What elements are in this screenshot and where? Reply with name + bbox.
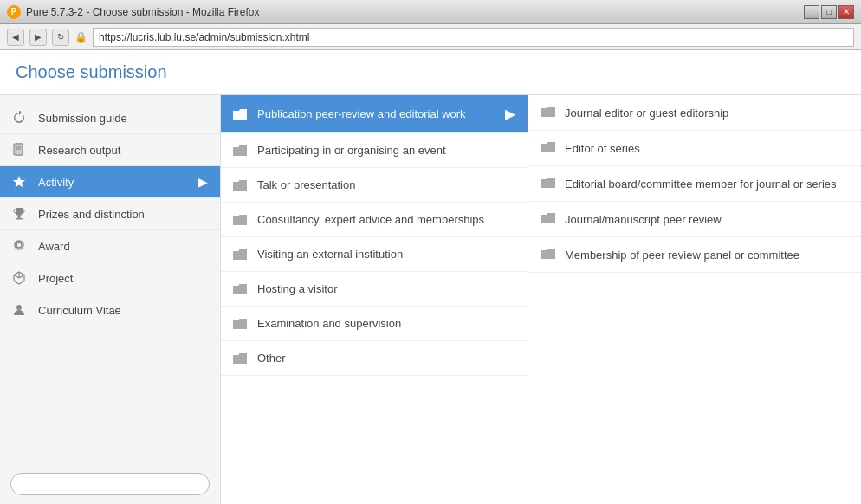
search-box-wrapper: 🔍 (0, 464, 220, 504)
right-item-editorial-board[interactable]: Editorial board/committee member for jou… (528, 166, 861, 202)
close-button[interactable]: ✕ (838, 5, 854, 19)
url-input[interactable] (93, 28, 854, 47)
search-wrapper: 🔍 (10, 473, 210, 495)
menu-label-hosting: Hosting a visitor (257, 282, 337, 295)
menu-label-consultancy: Consultancy, expert advice and membershi… (257, 213, 484, 226)
person-icon (12, 303, 29, 317)
book-icon (12, 143, 29, 157)
title-bar: P Pure 5.7.3-2 - Choose submission - Moz… (0, 0, 861, 24)
folder-icon-editorial-board (541, 177, 556, 191)
menu-label-examination: Examination and supervision (257, 317, 401, 330)
sidebar-item-prizes[interactable]: Prizes and distinction (0, 198, 220, 230)
forward-button[interactable]: ▶ (29, 29, 47, 46)
right-label-journal-peer-review: Journal/manuscript peer review (565, 213, 722, 226)
svg-line-11 (14, 275, 19, 279)
minimize-button[interactable]: _ (804, 5, 819, 19)
sidebar: Submission guide Research output (0, 95, 221, 504)
reload-button[interactable]: ↻ (52, 29, 69, 46)
menu-item-talk[interactable]: Talk or presentation (221, 168, 528, 203)
sidebar-item-award[interactable]: Award (0, 230, 220, 262)
sidebar-item-submission-guide[interactable]: Submission guide (0, 102, 220, 134)
right-item-journal-peer-review[interactable]: Journal/manuscript peer review (528, 202, 861, 237)
right-item-membership[interactable]: Membership of peer review panel or commi… (528, 237, 861, 273)
sidebar-label-submission-guide: Submission guide (38, 112, 127, 125)
sidebar-label-prizes: Prizes and distinction (38, 208, 145, 221)
folder-icon-talk (233, 179, 249, 191)
folder-icon-other (233, 352, 249, 364)
sidebar-arrow-icon: ▶ (198, 175, 208, 189)
menu-item-examination[interactable]: Examination and supervision (221, 307, 528, 341)
menu-item-consultancy[interactable]: Consultancy, expert advice and membershi… (221, 203, 528, 237)
right-label-editor-series: Editor of series (565, 142, 640, 155)
right-label-journal-editor: Journal editor or guest editorship (565, 107, 728, 120)
sidebar-item-curriculum-vitae[interactable]: Curriculum Vitae (0, 294, 220, 326)
sidebar-label-research-output: Research output (38, 144, 120, 157)
address-bar: ◀ ▶ ↻ 🔒 (0, 24, 861, 50)
sidebar-item-activity[interactable]: Activity ▶ (0, 166, 220, 198)
middle-column: Publication peer-review and editorial wo… (221, 95, 528, 504)
menu-label-visiting: Visiting an external institution (257, 248, 403, 261)
folder-icon-visiting (233, 249, 249, 260)
svg-rect-5 (18, 216, 21, 218)
folder-icon-membership (541, 248, 556, 262)
content-area: Submission guide Research output (0, 95, 861, 504)
search-input[interactable] (10, 473, 210, 495)
folder-icon-participating (233, 145, 249, 156)
right-label-membership: Membership of peer review panel or commi… (565, 249, 800, 262)
menu-label-participating: Participating in or organising an event (257, 144, 446, 157)
lock-icon: 🔒 (74, 31, 87, 43)
svg-marker-4 (13, 176, 25, 188)
menu-label-other: Other (257, 352, 286, 365)
cube-icon (12, 271, 29, 285)
folder-icon-hosting (233, 283, 249, 294)
right-item-journal-editor[interactable]: Journal editor or guest editorship (528, 95, 861, 131)
sidebar-item-research-output[interactable]: Research output (0, 134, 220, 166)
menu-item-hosting[interactable]: Hosting a visitor (221, 272, 528, 307)
sidebar-label-activity: Activity (38, 176, 74, 189)
right-column: Journal editor or guest editorship Edito… (528, 95, 861, 504)
back-button[interactable]: ◀ (7, 29, 24, 46)
trophy-icon (12, 207, 29, 221)
folder-icon-examination (233, 318, 249, 329)
folder-icon-consultancy (233, 214, 249, 225)
star-icon (12, 175, 29, 189)
folder-icon-journal-editor (541, 106, 556, 120)
svg-line-12 (19, 275, 24, 279)
main-wrapper: Choose submission Submission guide (0, 50, 861, 504)
window-title: Pure 5.7.3-2 - Choose submission - Mozil… (26, 6, 804, 18)
sidebar-label-award: Award (38, 240, 70, 253)
page-title: Choose submission (0, 50, 861, 95)
svg-point-8 (16, 242, 22, 248)
menu-label-pub-peer-review: Publication peer-review and editorial wo… (257, 107, 466, 120)
window-controls[interactable]: _ □ ✕ (804, 5, 854, 19)
folder-icon-pub (233, 108, 249, 120)
menu-item-pub-peer-review[interactable]: Publication peer-review and editorial wo… (221, 95, 528, 133)
right-label-editorial-board: Editorial board/committee member for jou… (565, 178, 837, 191)
right-item-editor-series[interactable]: Editor of series (528, 131, 861, 166)
sidebar-label-project: Project (38, 272, 73, 285)
award-icon (12, 239, 29, 253)
folder-icon-editor-series (541, 141, 556, 155)
sidebar-item-project[interactable]: Project (0, 262, 220, 294)
maximize-button[interactable]: □ (821, 5, 837, 19)
firefox-icon: P (7, 5, 21, 19)
sidebar-label-curriculum-vitae: Curriculum Vitae (38, 304, 121, 317)
menu-item-visiting[interactable]: Visiting an external institution (221, 237, 528, 272)
svg-point-13 (16, 305, 22, 310)
menu-label-talk: Talk or presentation (257, 178, 355, 191)
refresh-icon (12, 111, 29, 125)
menu-item-other[interactable]: Other (221, 341, 528, 376)
svg-rect-6 (16, 218, 23, 220)
folder-icon-journal-peer (541, 212, 556, 226)
menu-item-participating[interactable]: Participating in or organising an event (221, 133, 528, 168)
menu-arrow-icon: ▶ (505, 106, 515, 122)
